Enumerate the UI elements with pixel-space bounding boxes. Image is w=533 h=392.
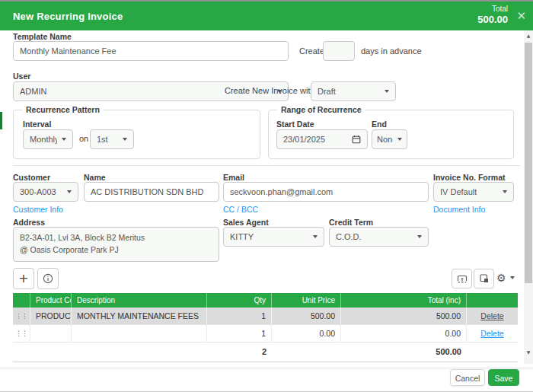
- total-label: Total: [477, 5, 508, 13]
- info-icon: [43, 273, 53, 284]
- invoice-status-value: Draft: [318, 87, 336, 96]
- document-info-link[interactable]: Document Info: [433, 205, 485, 214]
- delete-row-link[interactable]: Delete: [472, 325, 512, 342]
- credit-term-value: C.O.D.: [336, 232, 362, 241]
- qty-cell[interactable]: 1: [207, 325, 272, 342]
- cancel-button[interactable]: Cancel: [450, 369, 485, 386]
- name-label: Name: [84, 173, 106, 182]
- delete-row-link[interactable]: Delete: [472, 308, 512, 324]
- template-name-input[interactable]: [13, 41, 289, 61]
- drag-handle-icon[interactable]: ⋮⋮: [13, 308, 30, 324]
- invoice-no-format-select[interactable]: IV Default: [433, 182, 514, 202]
- address-textarea[interactable]: B2-3A-01, Lvl 3A, Block B2 Meritus @ Oas…: [13, 227, 219, 262]
- credit-term-label: Credit Term: [329, 218, 373, 227]
- email-label: Email: [223, 173, 244, 182]
- table-row[interactable]: ⋮⋮ PRODUCT A MONTHLY MAINTENANCE FEES 1 …: [13, 308, 518, 325]
- start-date-value: 23/01/2025: [283, 135, 325, 144]
- customer-info-link[interactable]: Customer Info: [13, 205, 63, 214]
- table-settings-button[interactable]: ⚙: [496, 272, 515, 283]
- chevron-down-icon: [67, 190, 72, 193]
- qty-cell[interactable]: 1: [207, 308, 272, 324]
- header-total: Total 500.00: [477, 5, 508, 25]
- copy-icon: [479, 273, 490, 284]
- product-code-cell[interactable]: [30, 325, 72, 342]
- chevron-down-icon: [397, 138, 402, 141]
- customer-value: 300-A003: [20, 187, 56, 196]
- chevron-down-icon: [510, 276, 515, 279]
- scroll-down-icon[interactable]: ▼: [524, 348, 533, 357]
- name-input[interactable]: [84, 182, 219, 202]
- recurrence-day-value: 1st: [97, 135, 108, 144]
- drag-handle-icon[interactable]: ⋮⋮: [13, 325, 30, 342]
- table-header-row: Product Co... Description Qty Unit Price…: [13, 293, 518, 308]
- total-cell[interactable]: 500.00: [341, 308, 467, 324]
- invoice-no-format-label: Invoice No. Format: [433, 173, 506, 182]
- footer-divider: [0, 368, 533, 368]
- chevron-down-icon: [313, 235, 318, 238]
- start-date-input[interactable]: 23/01/2025: [276, 129, 368, 149]
- user-label: User: [13, 72, 30, 81]
- range-of-recurrence-legend: Range of Recurrence: [277, 105, 365, 114]
- sales-agent-label: Sales Agent: [223, 218, 269, 227]
- dialog-header: New Recurring Invoice Total 500.00 ✕: [0, 2, 533, 30]
- product-code-column-header: Product Co...: [30, 293, 72, 308]
- unit-price-cell[interactable]: 500.00: [272, 308, 341, 324]
- start-date-label: Start Date: [276, 120, 314, 129]
- customer-label: Customer: [13, 173, 50, 182]
- calendar-icon[interactable]: [352, 135, 361, 144]
- credit-term-select[interactable]: C.O.D.: [329, 227, 429, 247]
- section-divider: [13, 165, 520, 166]
- info-button[interactable]: [37, 268, 59, 289]
- scrollbar-thumb[interactable]: [525, 43, 532, 283]
- new-recurring-invoice-dialog: New Recurring Invoice Total 500.00 ✕ Tem…: [0, 0, 533, 392]
- end-value: None: [377, 135, 393, 144]
- gear-icon: ⚙: [496, 272, 506, 283]
- scroll-up-icon[interactable]: ▲: [524, 31, 533, 40]
- interval-label: Interval: [23, 120, 51, 129]
- sales-agent-select[interactable]: KITTY: [223, 227, 324, 247]
- email-input[interactable]: [223, 182, 429, 202]
- create-prefix-label: Create: [299, 46, 324, 56]
- copy-items-button[interactable]: [474, 269, 494, 288]
- actions-column-header: [467, 293, 518, 308]
- table-totals-row: 2 500.00: [13, 343, 518, 362]
- close-icon[interactable]: ✕: [516, 9, 526, 23]
- qty-column-header: Qty: [207, 293, 272, 308]
- total-column-header: Total (inc): [341, 293, 467, 308]
- user-select-value: ADMIN: [20, 87, 46, 96]
- recurrence-pattern-legend: Recurrence Pattern: [22, 105, 104, 114]
- cc-bcc-link[interactable]: CC / BCC: [223, 205, 258, 214]
- import-items-icon: [457, 274, 468, 284]
- unit-price-column-header: Unit Price: [272, 293, 341, 308]
- line-items-table: Product Co... Description Qty Unit Price…: [13, 293, 518, 362]
- interval-select[interactable]: Monthly: [23, 129, 73, 149]
- dialog-title: New Recurring Invoice: [13, 11, 123, 22]
- background-artifact: [0, 112, 2, 129]
- plus-icon: +: [18, 272, 28, 285]
- grand-total: 500.00: [341, 343, 467, 362]
- chevron-down-icon: [123, 138, 127, 141]
- qty-total: 2: [207, 343, 272, 362]
- vertical-scrollbar[interactable]: ▲ ▼: [524, 30, 533, 364]
- description-cell[interactable]: [72, 325, 207, 342]
- total-value: 500.00: [477, 14, 508, 25]
- end-select[interactable]: None: [372, 129, 407, 149]
- sales-agent-value: KITTY: [230, 232, 254, 241]
- total-cell[interactable]: 0.00: [341, 325, 467, 342]
- customer-select[interactable]: 300-A003: [13, 182, 78, 202]
- invoice-status-select[interactable]: Draft: [311, 81, 396, 101]
- chevron-down-icon: [385, 90, 389, 93]
- interval-connector-label: on: [79, 134, 88, 143]
- unit-price-cell[interactable]: 0.00: [272, 325, 341, 342]
- add-line-button[interactable]: +: [13, 268, 34, 289]
- save-button[interactable]: Save: [488, 369, 519, 386]
- import-items-button[interactable]: [452, 269, 472, 288]
- interval-value: Monthly: [30, 135, 57, 144]
- recurrence-day-select[interactable]: 1st: [90, 129, 134, 149]
- product-code-cell[interactable]: PRODUCT A: [30, 308, 72, 324]
- days-in-advance-input[interactable]: [323, 41, 355, 61]
- template-name-label: Template Name: [13, 32, 72, 41]
- description-cell[interactable]: MONTHLY MAINTENANCE FEES: [72, 308, 207, 324]
- invoice-no-format-value: IV Default: [440, 187, 477, 196]
- table-row[interactable]: ⋮⋮ 1 0.00 0.00 Delete: [13, 325, 518, 343]
